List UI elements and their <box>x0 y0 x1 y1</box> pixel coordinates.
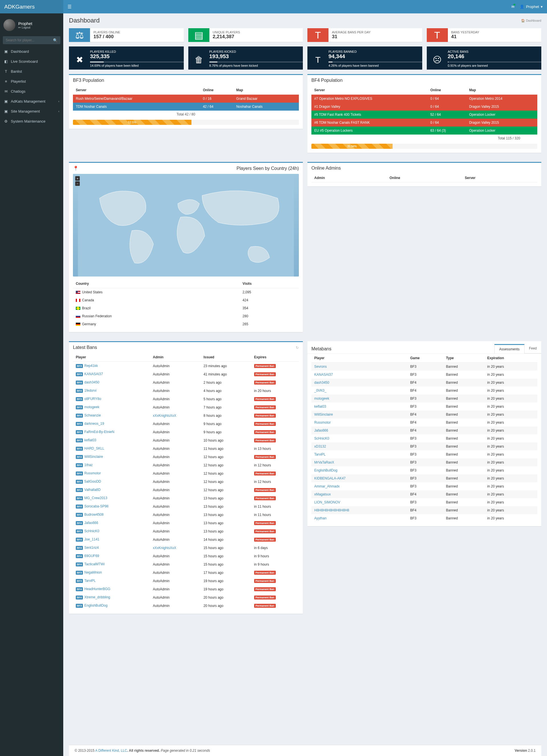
user-menu[interactable]: 👤 Prophet ▾ <box>520 5 543 9</box>
player-link[interactable]: _0VK0_ <box>314 389 326 393</box>
sidebar-item-adkats-management[interactable]: ▣AdKats Management‹ <box>0 96 63 106</box>
game-tag: BF3 <box>76 571 83 575</box>
perm-ban-badge: Permanent Ban <box>254 529 276 533</box>
player-link[interactable]: LION_SIMONOV <box>314 500 340 504</box>
sidebar-item-system-maintenance[interactable]: ⚙System Maintenance <box>0 116 63 126</box>
flag-icon <box>76 323 80 326</box>
player-link[interactable]: HARD_SKLL <box>84 446 104 450</box>
player-link[interactable]: Ammar_Ahmadx <box>314 484 339 488</box>
player-link[interactable]: keflat03 <box>84 438 96 442</box>
metaban-row: RussmotorBF4Bannedin 20 years <box>311 418 537 426</box>
player-link[interactable]: Russmotor <box>84 471 101 475</box>
game-tag: BF3 <box>76 430 83 434</box>
world-map[interactable]: + − <box>73 174 299 277</box>
player-link[interactable]: Sevrons <box>314 365 327 369</box>
server-row[interactable]: #7 Operation Metro NO EXPLOSIVES0 / 64Op… <box>311 95 537 103</box>
player-link[interactable]: dash3450 <box>84 380 99 384</box>
footer-link[interactable]: A Different Kind, LLC <box>95 749 127 753</box>
player-link[interactable]: o8FURY8o <box>84 397 101 401</box>
zoom-out-button[interactable]: − <box>75 181 80 186</box>
game-tag: BF3 <box>76 372 83 376</box>
player-link[interactable]: dash3450 <box>314 381 329 385</box>
server-row[interactable]: EU #5 Operation Lockers63 / 64 (3)Operat… <box>311 127 537 135</box>
player-link[interactable]: MG_Crew2013 <box>84 496 107 500</box>
ban-row: BF4Sent1nz4xXxKnightsXxX15 hours agoin 6… <box>73 544 299 552</box>
player-link[interactable]: WillSinclaire <box>314 412 333 416</box>
player-link[interactable]: motogeek <box>314 397 329 401</box>
admin-link[interactable]: xXxKnightsXxX <box>153 414 176 418</box>
player-link[interactable]: KANASAI37 <box>314 373 333 377</box>
tab-feed[interactable]: Feed <box>524 344 541 353</box>
kpi-icon: ✖ <box>69 50 90 70</box>
search-icon[interactable]: 🔍 <box>53 38 58 42</box>
search-input[interactable] <box>3 36 60 44</box>
sidebar-item-playerlist[interactable]: ≡Playerlist <box>0 76 63 86</box>
game-tag: BF3 <box>76 364 83 368</box>
server-row[interactable]: TDM Noshar Canals42 / 64Noshahar Canals <box>73 103 299 111</box>
player-link[interactable]: ScHnicK0 <box>84 529 99 533</box>
player-link[interactable]: Schwanzie <box>84 413 101 417</box>
server-row[interactable]: #6 TDM Noshar Canals FAST RANK0 / 64Drag… <box>311 119 537 127</box>
player-link[interactable]: 69GUF69 <box>84 554 99 558</box>
player-link[interactable]: Valhalla8D <box>84 488 101 492</box>
player-link[interactable]: MrVaTaRaxX <box>314 460 334 464</box>
player-link[interactable]: Russmotor <box>314 420 331 424</box>
sidebar-item-live-scoreboard[interactable]: ◧Live Scoreboard <box>0 56 63 66</box>
ban-row: BF4TacticalMTWiAutoAdmin15 hours agoin 9… <box>73 560 299 568</box>
player-link[interactable]: Sent1nz4 <box>84 546 99 550</box>
player-link[interactable]: TacticalMTWi <box>84 562 105 566</box>
player-link[interactable]: xD3132 <box>314 444 326 448</box>
player-link[interactable]: ScHnicK0 <box>314 436 329 440</box>
messages-icon[interactable]: ✉ <box>511 5 515 9</box>
logout-link[interactable]: ↦ Logout <box>18 26 32 29</box>
sidebar-item-chatlogs[interactable]: ✉Chatlogs <box>0 86 63 96</box>
player-link[interactable]: HeadHunterBGG <box>84 587 110 591</box>
player-link[interactable]: Rep41kk <box>84 364 98 368</box>
player-link[interactable]: Jafas666 <box>84 521 98 525</box>
player-link[interactable]: 1thaz <box>84 463 93 467</box>
game-tag: BF3 <box>76 438 83 442</box>
player-link[interactable]: motogeek <box>84 405 99 409</box>
sidebar-item-dashboard[interactable]: ▣Dashboard <box>0 46 63 56</box>
player-link[interactable]: Xtreme_dribbling <box>84 595 110 599</box>
player-link[interactable]: 5allGooDD <box>84 479 101 483</box>
server-row[interactable]: #1 Dragon Valley0 / 64Dragon Valley 2015 <box>311 103 537 111</box>
player-link[interactable]: H8H8H8H8H8H8H8H8 <box>314 508 349 512</box>
sidebar-item-banlist[interactable]: TBanlist <box>0 66 63 76</box>
player-link[interactable]: EnglishBullDog <box>84 603 107 607</box>
nav-icon: ▣ <box>4 109 8 113</box>
player-link[interactable]: Ayythan <box>314 516 326 520</box>
server-row[interactable]: #5 TDM Fast Rank 400 Tickets52 / 64Opera… <box>311 111 537 119</box>
player-link[interactable]: TarviPL <box>84 579 96 583</box>
chevron-left-icon: ‹ <box>58 100 59 103</box>
perm-ban-badge: Permanent Ban <box>254 414 276 418</box>
player-link[interactable]: Sorocaba-SP98 <box>84 504 109 508</box>
ban-row: BF3ScHnicK0AutoAdmin13 hours agoPermanen… <box>73 527 299 535</box>
player-link[interactable]: Budrow4508 <box>84 513 103 517</box>
player-link[interactable]: keflat03 <box>314 405 326 409</box>
sidebar-item-site-management[interactable]: ▣Site Management‹ <box>0 106 63 116</box>
player-link[interactable]: NegaMnion <box>84 570 102 574</box>
player-link[interactable]: darkneos_19 <box>84 422 104 426</box>
admin-link[interactable]: xXxKnightsXxX <box>153 546 176 550</box>
player-link[interactable]: WillSinclaire <box>84 455 103 459</box>
sidebar-toggle-icon[interactable]: ☰ <box>68 4 72 9</box>
brand-link[interactable]: ADKGamers <box>0 0 63 13</box>
player-link[interactable]: KANASAI37 <box>84 372 103 376</box>
kpi-icon: ☹ <box>427 50 448 70</box>
player-link[interactable]: Joe_1141 <box>84 537 99 541</box>
refresh-icon[interactable]: ↻ <box>296 346 299 350</box>
game-tag: BF4 <box>76 422 83 426</box>
zoom-in-button[interactable]: + <box>75 176 80 181</box>
ban-row: BF4HARD_SKLLAutoAdmin11 hours agoin 13 h… <box>73 444 299 453</box>
tab-assessments[interactable]: Assessments <box>494 344 524 353</box>
player-link[interactable]: TarviPL <box>314 452 326 456</box>
kpi-box: ✖PLAYERS KILLED325,33514.69% of players … <box>69 46 184 70</box>
player-link[interactable]: 1fedorvi <box>84 389 97 393</box>
server-row[interactable]: Rush Metro/Seine/Damavand/Bazaar0 / 16Gr… <box>73 95 299 103</box>
player-link[interactable]: KIDBENGALA-AK47 <box>314 476 345 480</box>
player-link[interactable]: xMagatsux <box>314 492 331 496</box>
player-link[interactable]: FaRmEd-By-EtnieN <box>84 430 114 434</box>
player-link[interactable]: EnglishBullDog <box>314 468 337 472</box>
player-link[interactable]: Jafas666 <box>314 428 328 432</box>
